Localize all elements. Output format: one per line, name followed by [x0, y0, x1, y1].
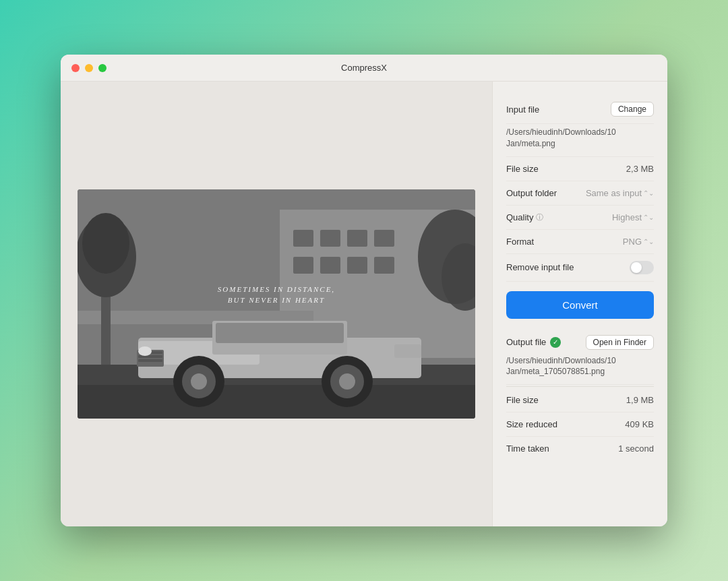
svg-rect-27 [394, 344, 421, 358]
quality-label: Quality ⓘ [506, 212, 543, 222]
svg-text:SOMETIMES IN DISTANCE,: SOMETIMES IN DISTANCE, [218, 285, 335, 293]
svg-rect-6 [374, 230, 394, 247]
remove-input-label: Remove input file [506, 262, 574, 272]
svg-rect-10 [374, 257, 394, 274]
svg-rect-25 [138, 359, 162, 362]
output-success-icon: ✓ [550, 337, 561, 348]
divider-1 [506, 386, 654, 387]
format-label: Format [506, 237, 534, 247]
maximize-button[interactable] [98, 64, 107, 72]
preview-image: SOMETIMES IN DISTANCE, BUT NEVER IN HEAR… [78, 189, 475, 419]
traffic-lights [71, 64, 107, 72]
svg-text:BUT NEVER IN HEART: BUT NEVER IN HEART [228, 296, 325, 304]
quality-dropdown[interactable]: Highest ⌃⌄ [612, 212, 654, 222]
close-button[interactable] [71, 64, 80, 72]
input-file-size-row: File size 2,3 MB [506, 157, 654, 181]
preview-panel: SOMETIMES IN DISTANCE, BUT NEVER IN HEAR… [61, 82, 492, 526]
settings-panel: Input file Change /Users/hieudinh/Downlo… [492, 82, 667, 526]
remove-input-row: Remove input file [506, 254, 654, 282]
output-file-header: Output file ✓ Open in Finder [506, 328, 654, 353]
svg-rect-7 [293, 257, 313, 274]
svg-point-26 [138, 346, 152, 356]
time-taken-label: Time taken [506, 444, 549, 454]
output-folder-dropdown[interactable]: Same as input ⌃⌄ [586, 188, 654, 198]
titlebar: CompressX [61, 55, 667, 82]
output-file-size-row: File size 1,9 MB [506, 388, 654, 412]
output-file-size-label: File size [506, 395, 539, 405]
svg-rect-9 [347, 257, 367, 274]
quality-info-icon: ⓘ [536, 212, 543, 222]
quality-dropdown-arrow: ⌃⌄ [643, 214, 654, 221]
file-size-label: File size [506, 164, 539, 174]
app-window: CompressX [61, 55, 667, 526]
quality-row: Quality ⓘ Highest ⌃⌄ [506, 206, 654, 230]
input-file-row: Input file Change [506, 95, 654, 124]
output-folder-label: Output folder [506, 188, 557, 198]
main-content: SOMETIMES IN DISTANCE, BUT NEVER IN HEAR… [61, 82, 667, 526]
svg-point-30 [191, 373, 207, 390]
change-button[interactable]: Change [611, 102, 654, 117]
size-reduced-value: 409 KB [625, 419, 654, 429]
svg-rect-8 [320, 257, 340, 274]
time-taken-row: Time taken 1 second [506, 437, 654, 460]
car-image-svg: SOMETIMES IN DISTANCE, BUT NEVER IN HEAR… [78, 189, 475, 419]
svg-rect-14 [78, 385, 475, 419]
format-row: Format PNG ⌃⌄ [506, 230, 654, 254]
svg-point-17 [82, 213, 129, 274]
size-reduced-label: Size reduced [506, 419, 557, 429]
svg-rect-24 [138, 355, 162, 358]
svg-rect-21 [216, 323, 344, 343]
output-file-size-value: 1,9 MB [626, 395, 654, 405]
svg-point-33 [339, 373, 355, 390]
input-file-label: Input file [506, 104, 539, 115]
output-folder-dropdown-arrow: ⌃⌄ [643, 189, 654, 197]
input-file-path: /Users/hieudinh/Downloads/10 Jan/meta.pn… [506, 124, 654, 157]
minimize-button[interactable] [85, 64, 93, 72]
time-taken-value: 1 second [618, 444, 654, 454]
output-file-path: /Users/hieudinh/Downloads/10 Jan/meta_17… [506, 353, 654, 386]
open-finder-button[interactable]: Open in Finder [586, 335, 654, 350]
size-reduced-row: Size reduced 409 KB [506, 412, 654, 437]
format-dropdown[interactable]: PNG ⌃⌄ [623, 237, 654, 247]
svg-rect-5 [347, 230, 367, 247]
output-label-group: Output file ✓ [506, 337, 561, 348]
format-dropdown-arrow: ⌃⌄ [643, 238, 654, 245]
input-file-size-value: 2,3 MB [626, 164, 654, 174]
image-container: SOMETIMES IN DISTANCE, BUT NEVER IN HEAR… [78, 189, 475, 419]
toggle-knob [631, 262, 642, 273]
svg-rect-3 [293, 230, 313, 247]
output-file-label: Output file [506, 337, 546, 347]
convert-button[interactable]: Convert [506, 291, 654, 319]
remove-input-toggle[interactable] [630, 261, 654, 274]
svg-rect-4 [320, 230, 340, 247]
window-title: CompressX [341, 63, 387, 73]
output-folder-row: Output folder Same as input ⌃⌄ [506, 181, 654, 206]
